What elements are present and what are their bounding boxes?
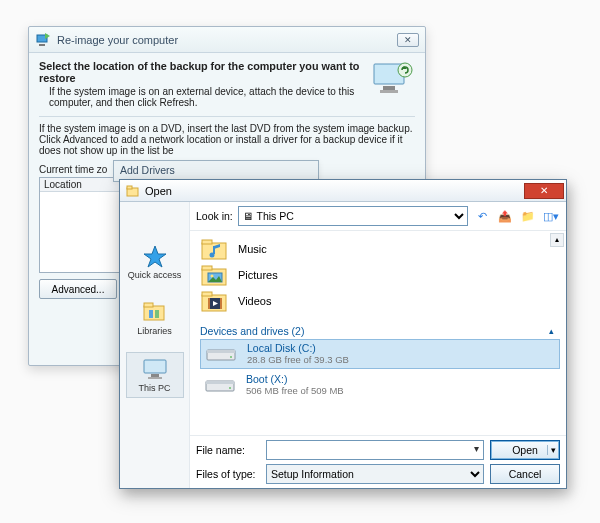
svg-rect-9 [144, 306, 164, 320]
place-label: This PC [128, 383, 182, 393]
reimage-heading: Select the location of the backup for th… [39, 60, 365, 84]
svg-point-22 [211, 275, 214, 278]
reimage-titlebar[interactable]: Re-image your computer ✕ [29, 27, 425, 53]
svg-rect-17 [202, 240, 212, 244]
folder-label: Pictures [238, 269, 278, 281]
star-icon [140, 244, 170, 268]
libraries-icon [140, 300, 170, 324]
place-libraries[interactable]: Libraries [126, 296, 184, 340]
drive-name: Boot (X:) [246, 373, 344, 385]
reimage-close-button[interactable]: ✕ [397, 33, 419, 47]
add-drivers-title: Add Drivers [120, 164, 175, 176]
svg-rect-13 [144, 360, 166, 373]
monitor-restore-icon [371, 60, 415, 98]
open-close-button[interactable]: ✕ [524, 183, 564, 199]
back-icon[interactable]: ↶ [473, 207, 491, 225]
svg-marker-8 [144, 246, 166, 267]
open-button[interactable]: Open [490, 440, 560, 460]
svg-rect-1 [39, 44, 45, 46]
drive-local-c[interactable]: Local Disk (C:) 28.8 GB free of 39.3 GB [200, 339, 560, 369]
reimage-title: Re-image your computer [57, 34, 397, 46]
new-folder-icon[interactable]: 📁 [519, 207, 537, 225]
this-pc-icon [140, 357, 170, 381]
filename-label: File name: [196, 444, 260, 456]
drive-name: Local Disk (C:) [247, 342, 349, 354]
svg-rect-33 [206, 381, 234, 384]
pictures-folder-icon [200, 263, 230, 287]
filename-combobox[interactable] [266, 440, 484, 460]
videos-folder-icon [200, 289, 230, 313]
place-label: Libraries [127, 326, 183, 336]
open-dialog: Open ✕ Quick access Libraries This PC Lo… [119, 179, 567, 489]
place-this-pc[interactable]: This PC [126, 352, 184, 398]
up-one-level-icon[interactable]: 📤 [496, 207, 514, 225]
cancel-button[interactable]: Cancel [490, 464, 560, 484]
svg-rect-14 [151, 374, 159, 377]
chevron-up-icon: ▴ [549, 326, 554, 336]
views-icon[interactable]: ◫▾ [542, 207, 560, 225]
svg-rect-30 [207, 350, 235, 353]
folder-label: Videos [238, 295, 271, 307]
svg-point-5 [398, 63, 412, 77]
svg-rect-27 [220, 298, 222, 309]
drive-free: 506 MB free of 509 MB [246, 385, 344, 397]
folder-pictures[interactable]: Pictures [200, 263, 560, 287]
folder-label: Music [238, 243, 267, 255]
hdd-icon [204, 375, 238, 395]
svg-rect-12 [155, 310, 159, 318]
advanced-button[interactable]: Advanced... [39, 279, 117, 299]
file-list-area: ▴ Music Pictures Videos [190, 230, 566, 435]
filetype-dropdown[interactable]: Setup Information [266, 464, 484, 484]
drive-free: 28.8 GB free of 39.3 GB [247, 354, 349, 366]
scroll-up-button[interactable]: ▴ [550, 233, 564, 247]
lookin-label: Look in: [196, 210, 233, 222]
svg-rect-3 [383, 86, 395, 90]
place-quick-access[interactable]: Quick access [126, 240, 184, 284]
folder-videos[interactable]: Videos [200, 289, 560, 313]
open-app-icon [126, 184, 140, 198]
devices-section-header[interactable]: Devices and drives (2) ▴ [200, 325, 560, 337]
places-bar: Quick access Libraries This PC [120, 202, 190, 488]
reimage-app-icon [35, 32, 51, 48]
folder-music[interactable]: Music [200, 237, 560, 261]
section-label: Devices and drives (2) [200, 325, 304, 337]
hdd-icon [205, 344, 239, 364]
music-folder-icon [200, 237, 230, 261]
svg-rect-7 [127, 186, 132, 189]
svg-point-34 [229, 387, 231, 389]
place-label: Quick access [127, 270, 183, 280]
svg-rect-15 [148, 377, 162, 379]
svg-rect-26 [208, 298, 210, 309]
svg-rect-20 [202, 266, 212, 270]
drive-boot-x[interactable]: Boot (X:) 506 MB free of 509 MB [200, 371, 560, 399]
filetype-label: Files of type: [196, 468, 260, 480]
svg-rect-4 [380, 90, 398, 93]
svg-point-31 [230, 356, 232, 358]
open-title: Open [145, 185, 524, 197]
reimage-note: If the system image is on a DVD, insert … [39, 116, 415, 156]
open-titlebar[interactable]: Open ✕ [120, 180, 566, 202]
svg-point-18 [210, 253, 215, 258]
svg-rect-24 [202, 292, 212, 296]
lookin-dropdown[interactable]: 🖥 This PC [238, 206, 468, 226]
reimage-subtext: If the system image is on an external de… [49, 86, 365, 108]
svg-rect-10 [144, 303, 153, 307]
svg-rect-11 [149, 310, 153, 318]
